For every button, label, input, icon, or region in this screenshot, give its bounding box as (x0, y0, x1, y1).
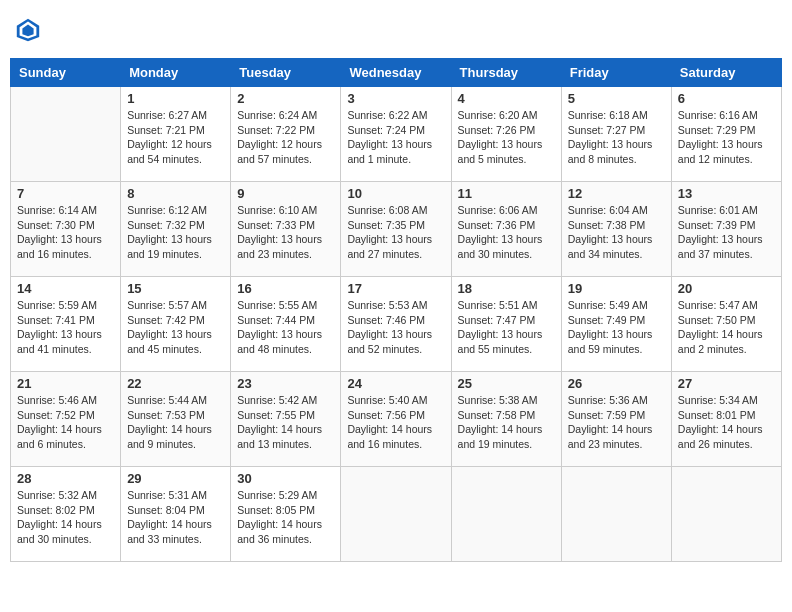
calendar-cell: 17Sunrise: 5:53 AM Sunset: 7:46 PM Dayli… (341, 277, 451, 372)
day-number: 24 (347, 376, 444, 391)
day-info: Sunrise: 5:49 AM Sunset: 7:49 PM Dayligh… (568, 298, 665, 357)
day-number: 29 (127, 471, 224, 486)
day-info: Sunrise: 5:42 AM Sunset: 7:55 PM Dayligh… (237, 393, 334, 452)
calendar-cell: 21Sunrise: 5:46 AM Sunset: 7:52 PM Dayli… (11, 372, 121, 467)
day-info: Sunrise: 5:44 AM Sunset: 7:53 PM Dayligh… (127, 393, 224, 452)
logo (14, 16, 44, 44)
calendar-cell: 14Sunrise: 5:59 AM Sunset: 7:41 PM Dayli… (11, 277, 121, 372)
calendar-cell: 5Sunrise: 6:18 AM Sunset: 7:27 PM Daylig… (561, 87, 671, 182)
day-info: Sunrise: 5:51 AM Sunset: 7:47 PM Dayligh… (458, 298, 555, 357)
logo-icon (14, 16, 42, 44)
calendar-cell: 3Sunrise: 6:22 AM Sunset: 7:24 PM Daylig… (341, 87, 451, 182)
day-number: 25 (458, 376, 555, 391)
day-number: 23 (237, 376, 334, 391)
day-info: Sunrise: 6:08 AM Sunset: 7:35 PM Dayligh… (347, 203, 444, 262)
calendar-cell: 28Sunrise: 5:32 AM Sunset: 8:02 PM Dayli… (11, 467, 121, 562)
day-info: Sunrise: 5:36 AM Sunset: 7:59 PM Dayligh… (568, 393, 665, 452)
day-number: 9 (237, 186, 334, 201)
calendar-cell: 7Sunrise: 6:14 AM Sunset: 7:30 PM Daylig… (11, 182, 121, 277)
day-info: Sunrise: 5:47 AM Sunset: 7:50 PM Dayligh… (678, 298, 775, 357)
day-number: 3 (347, 91, 444, 106)
calendar-cell: 25Sunrise: 5:38 AM Sunset: 7:58 PM Dayli… (451, 372, 561, 467)
day-info: Sunrise: 6:16 AM Sunset: 7:29 PM Dayligh… (678, 108, 775, 167)
calendar-cell: 13Sunrise: 6:01 AM Sunset: 7:39 PM Dayli… (671, 182, 781, 277)
day-number: 4 (458, 91, 555, 106)
day-number: 12 (568, 186, 665, 201)
day-number: 15 (127, 281, 224, 296)
calendar-cell: 29Sunrise: 5:31 AM Sunset: 8:04 PM Dayli… (121, 467, 231, 562)
day-info: Sunrise: 6:20 AM Sunset: 7:26 PM Dayligh… (458, 108, 555, 167)
day-info: Sunrise: 5:34 AM Sunset: 8:01 PM Dayligh… (678, 393, 775, 452)
week-row-2: 7Sunrise: 6:14 AM Sunset: 7:30 PM Daylig… (11, 182, 782, 277)
day-info: Sunrise: 6:22 AM Sunset: 7:24 PM Dayligh… (347, 108, 444, 167)
weekday-header-tuesday: Tuesday (231, 59, 341, 87)
calendar-cell: 11Sunrise: 6:06 AM Sunset: 7:36 PM Dayli… (451, 182, 561, 277)
weekday-header-row: SundayMondayTuesdayWednesdayThursdayFrid… (11, 59, 782, 87)
week-row-5: 28Sunrise: 5:32 AM Sunset: 8:02 PM Dayli… (11, 467, 782, 562)
calendar-cell: 24Sunrise: 5:40 AM Sunset: 7:56 PM Dayli… (341, 372, 451, 467)
day-info: Sunrise: 6:24 AM Sunset: 7:22 PM Dayligh… (237, 108, 334, 167)
day-number: 19 (568, 281, 665, 296)
day-info: Sunrise: 6:04 AM Sunset: 7:38 PM Dayligh… (568, 203, 665, 262)
day-number: 14 (17, 281, 114, 296)
day-info: Sunrise: 6:14 AM Sunset: 7:30 PM Dayligh… (17, 203, 114, 262)
calendar-cell (11, 87, 121, 182)
calendar-cell: 4Sunrise: 6:20 AM Sunset: 7:26 PM Daylig… (451, 87, 561, 182)
day-info: Sunrise: 5:46 AM Sunset: 7:52 PM Dayligh… (17, 393, 114, 452)
calendar-cell (671, 467, 781, 562)
day-number: 18 (458, 281, 555, 296)
calendar-cell: 1Sunrise: 6:27 AM Sunset: 7:21 PM Daylig… (121, 87, 231, 182)
day-info: Sunrise: 6:12 AM Sunset: 7:32 PM Dayligh… (127, 203, 224, 262)
day-number: 20 (678, 281, 775, 296)
calendar-cell: 22Sunrise: 5:44 AM Sunset: 7:53 PM Dayli… (121, 372, 231, 467)
calendar-table: SundayMondayTuesdayWednesdayThursdayFrid… (10, 58, 782, 562)
calendar-cell: 15Sunrise: 5:57 AM Sunset: 7:42 PM Dayli… (121, 277, 231, 372)
day-number: 1 (127, 91, 224, 106)
calendar-cell: 26Sunrise: 5:36 AM Sunset: 7:59 PM Dayli… (561, 372, 671, 467)
day-number: 2 (237, 91, 334, 106)
day-info: Sunrise: 6:01 AM Sunset: 7:39 PM Dayligh… (678, 203, 775, 262)
day-number: 17 (347, 281, 444, 296)
day-info: Sunrise: 5:31 AM Sunset: 8:04 PM Dayligh… (127, 488, 224, 547)
weekday-header-sunday: Sunday (11, 59, 121, 87)
day-info: Sunrise: 5:40 AM Sunset: 7:56 PM Dayligh… (347, 393, 444, 452)
day-number: 13 (678, 186, 775, 201)
day-number: 28 (17, 471, 114, 486)
day-info: Sunrise: 5:38 AM Sunset: 7:58 PM Dayligh… (458, 393, 555, 452)
calendar-cell: 6Sunrise: 6:16 AM Sunset: 7:29 PM Daylig… (671, 87, 781, 182)
day-info: Sunrise: 5:55 AM Sunset: 7:44 PM Dayligh… (237, 298, 334, 357)
calendar-cell: 10Sunrise: 6:08 AM Sunset: 7:35 PM Dayli… (341, 182, 451, 277)
day-number: 16 (237, 281, 334, 296)
week-row-4: 21Sunrise: 5:46 AM Sunset: 7:52 PM Dayli… (11, 372, 782, 467)
week-row-1: 1Sunrise: 6:27 AM Sunset: 7:21 PM Daylig… (11, 87, 782, 182)
day-number: 8 (127, 186, 224, 201)
calendar-cell (561, 467, 671, 562)
day-number: 27 (678, 376, 775, 391)
day-info: Sunrise: 5:29 AM Sunset: 8:05 PM Dayligh… (237, 488, 334, 547)
day-info: Sunrise: 6:18 AM Sunset: 7:27 PM Dayligh… (568, 108, 665, 167)
day-number: 22 (127, 376, 224, 391)
weekday-header-monday: Monday (121, 59, 231, 87)
calendar-cell: 2Sunrise: 6:24 AM Sunset: 7:22 PM Daylig… (231, 87, 341, 182)
day-number: 26 (568, 376, 665, 391)
calendar-cell: 19Sunrise: 5:49 AM Sunset: 7:49 PM Dayli… (561, 277, 671, 372)
weekday-header-saturday: Saturday (671, 59, 781, 87)
week-row-3: 14Sunrise: 5:59 AM Sunset: 7:41 PM Dayli… (11, 277, 782, 372)
calendar-cell: 8Sunrise: 6:12 AM Sunset: 7:32 PM Daylig… (121, 182, 231, 277)
calendar-cell: 27Sunrise: 5:34 AM Sunset: 8:01 PM Dayli… (671, 372, 781, 467)
weekday-header-wednesday: Wednesday (341, 59, 451, 87)
day-number: 30 (237, 471, 334, 486)
calendar-cell: 20Sunrise: 5:47 AM Sunset: 7:50 PM Dayli… (671, 277, 781, 372)
day-info: Sunrise: 6:10 AM Sunset: 7:33 PM Dayligh… (237, 203, 334, 262)
calendar-cell: 30Sunrise: 5:29 AM Sunset: 8:05 PM Dayli… (231, 467, 341, 562)
day-number: 6 (678, 91, 775, 106)
calendar-cell: 23Sunrise: 5:42 AM Sunset: 7:55 PM Dayli… (231, 372, 341, 467)
calendar-cell: 9Sunrise: 6:10 AM Sunset: 7:33 PM Daylig… (231, 182, 341, 277)
day-info: Sunrise: 5:32 AM Sunset: 8:02 PM Dayligh… (17, 488, 114, 547)
calendar-cell (341, 467, 451, 562)
day-number: 7 (17, 186, 114, 201)
calendar-cell (451, 467, 561, 562)
day-number: 11 (458, 186, 555, 201)
calendar-cell: 18Sunrise: 5:51 AM Sunset: 7:47 PM Dayli… (451, 277, 561, 372)
page-header (10, 10, 782, 50)
